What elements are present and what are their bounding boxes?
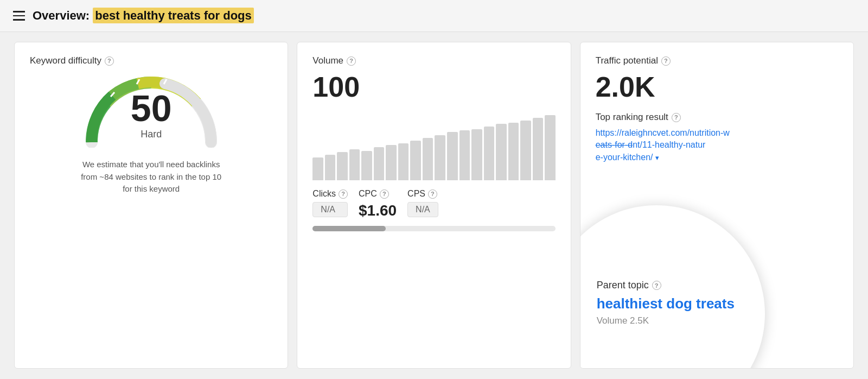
top-ranking-label: Top ranking result ?: [596, 112, 838, 123]
kd-description: We estimate that you'll need backlinks f…: [30, 159, 272, 195]
parent-topic-value[interactable]: healthiest dog treats: [597, 295, 735, 312]
bar: [374, 147, 385, 180]
bar: [447, 132, 458, 180]
title-prefix: Overview:: [33, 9, 93, 22]
progress-bar: [312, 226, 555, 231]
cpc-help-icon[interactable]: ?: [380, 190, 389, 199]
cps-value: N/A: [407, 202, 438, 217]
bar: [484, 127, 495, 180]
parent-topic-help-icon[interactable]: ?: [652, 281, 661, 290]
bar: [459, 130, 470, 180]
traffic-value: 2.0K: [596, 71, 838, 103]
traffic-potential-card: Traffic potential ? 2.0K Top ranking res…: [580, 42, 854, 369]
bar: [386, 145, 397, 180]
bar: [471, 129, 482, 180]
keyword-difficulty-help-icon[interactable]: ?: [105, 56, 114, 66]
keyword-difficulty-card: Keyword difficulty ?: [14, 42, 288, 369]
title-keyword: best healthy treats for dogs: [93, 8, 254, 23]
bar: [325, 155, 336, 180]
bar: [533, 118, 544, 180]
volume-help-icon[interactable]: ?: [347, 56, 356, 66]
volume-value: 100: [312, 71, 555, 103]
bar: [545, 115, 556, 180]
header: Overview: best healthy treats for dogs: [0, 0, 868, 32]
cards-container: Keyword difficulty ?: [0, 32, 868, 378]
bar: [423, 138, 433, 180]
traffic-potential-label: Traffic potential ?: [596, 55, 838, 66]
top-ranking-help-icon[interactable]: ?: [672, 113, 681, 122]
kd-value: 50: [131, 90, 172, 127]
gauge-container: 50 Hard: [81, 72, 222, 148]
bar: [349, 149, 360, 180]
bar-chart: [312, 110, 555, 180]
kd-difficulty-label: Hard: [131, 129, 172, 140]
bar: [435, 135, 445, 180]
clicks-value: N/A: [312, 202, 348, 217]
cps-block: CPS ? N/A: [407, 189, 438, 217]
parent-topic-bubble: Parent topic ? healthiest dog treats Vol…: [580, 205, 765, 369]
ranking-url[interactable]: https://raleighncvet.com/nutrition-w eat…: [596, 127, 838, 163]
progress-bar-fill: [312, 226, 385, 231]
bar: [337, 152, 348, 180]
hamburger-menu[interactable]: [13, 11, 25, 21]
volume-card: Volume ? 100 Clicks ? N/A CPC ? $1.60: [297, 42, 571, 369]
cpc-block: CPC ? $1.60: [359, 189, 397, 219]
cps-label: CPS ?: [407, 189, 438, 199]
cpc-label: CPC ?: [359, 189, 397, 199]
bar: [312, 157, 323, 180]
cps-help-icon[interactable]: ?: [428, 190, 437, 199]
volume-label: Volume ?: [312, 55, 555, 66]
bar: [520, 121, 531, 180]
bar: [361, 151, 372, 180]
page-title: Overview: best healthy treats for dogs: [33, 9, 254, 23]
clicks-label: Clicks ?: [312, 189, 348, 199]
cpc-value: $1.60: [359, 202, 397, 219]
bar: [398, 143, 409, 180]
gauge-center-text: 50 Hard: [131, 87, 172, 140]
bar: [410, 141, 421, 180]
clicks-block: Clicks ? N/A: [312, 189, 348, 217]
metrics-row: Clicks ? N/A CPC ? $1.60 CPS ? N/A: [312, 189, 555, 219]
parent-topic-volume: Volume 2.5K: [597, 315, 649, 326]
bar: [496, 124, 507, 180]
bar: [508, 123, 519, 180]
keyword-difficulty-label: Keyword difficulty ?: [30, 55, 272, 66]
clicks-help-icon[interactable]: ?: [339, 190, 348, 199]
traffic-help-icon[interactable]: ?: [661, 56, 671, 66]
parent-topic-label: Parent topic ?: [597, 280, 661, 291]
